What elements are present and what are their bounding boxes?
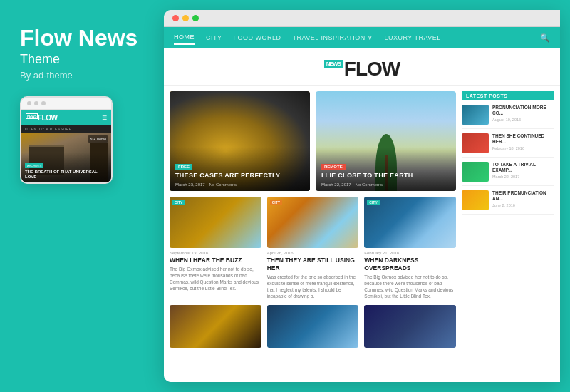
mobile-dot-2 (34, 101, 38, 105)
website-content: NEWS FLOW FREE THESE CASES ARE PERFECTLY (164, 48, 560, 382)
bottom-card-2[interactable] (267, 305, 359, 348)
site-logo: NEWS FLOW (324, 58, 400, 81)
featured-title-2: I LIE CLOSE TO THE EARTH (321, 172, 450, 180)
article-title-2: THEN THEY ARE STILL USING HER (267, 257, 359, 272)
sidebar-item-title-2: THEN SHE CONTINUED HER... (492, 133, 554, 145)
mobile-news-badge: NEWS (26, 113, 38, 119)
sidebar-item-title-1: PRONUNCIATION MORE CO... (492, 105, 554, 117)
featured-row: FREE THESE CASES ARE PERFECTLY March 23,… (170, 91, 456, 191)
theme-subtitle: Theme (20, 52, 60, 67)
featured-date-1: March 23, 2017 (175, 182, 205, 187)
article-date-3: February 21, 2016 (364, 251, 456, 255)
sidebar-item-date-1: August 10, 2016 (492, 118, 554, 122)
featured-badge-1: FREE (175, 164, 192, 170)
browser-dot-green (192, 15, 199, 21)
mobile-hero-title: THE BREATH OF THAT UNIVERSAL LOVE (25, 170, 108, 180)
mobile-hero-badge: ARCHIVES (25, 163, 43, 168)
browser-dot-red (172, 15, 179, 21)
article-title-1: WHEN I HEAR THE BUZZ (170, 257, 261, 264)
article-thumb-1: CITY (170, 197, 261, 248)
featured-meta-2: March 22, 2017 No Comments (321, 182, 450, 187)
mobile-browser-chrome (21, 98, 111, 110)
mobile-preview: NEWSFLOW ≡ TO ENJOY A PLEASURE 30+ Demo … (20, 96, 113, 184)
logo-news-badge: NEWS (324, 60, 343, 68)
sidebar-item-date-4: June 2, 2016 (492, 203, 554, 207)
sidebar-item-date-2: February 18, 2016 (492, 146, 554, 150)
sidebar-item-text-4: THEIR PRONUNCIATION AN... June 2, 2016 (492, 190, 554, 207)
mobile-logo: NEWSFLOW (26, 114, 57, 122)
article-excerpt-3: The Big Oxmox advised her not to do so, … (364, 274, 456, 299)
sidebar-item-title-4: THEIR PRONUNCIATION AN... (492, 190, 554, 202)
article-badge-2: CITY (270, 200, 282, 205)
sidebar-item-3[interactable]: TO TAKE A TRIVIAL EXAMP... March 22, 201… (462, 162, 554, 186)
sidebar-item-date-3: March 22, 2017 (492, 175, 554, 179)
nav-item-luxury[interactable]: LUXURY TRAVEL (384, 31, 440, 44)
bottom-card-1[interactable] (170, 305, 261, 348)
featured-comments-1: No Comments (209, 182, 237, 187)
article-card-1[interactable]: CITY September 13, 2016 WHEN I HEAR THE … (170, 197, 261, 299)
sidebar-title: LATEST POSTS (462, 91, 554, 100)
mobile-hero-overlay: ARCHIVES THE BREATH OF THAT UNIVERSAL LO… (21, 153, 111, 182)
sidebar-thumb-3 (462, 162, 489, 182)
featured-card-2-overlay: REMOTE I LIE CLOSE TO THE EARTH March 22… (316, 147, 456, 191)
article-title-3: WHEN DARKNESS OVERSPREADS (364, 257, 456, 272)
sidebar-item-1[interactable]: PRONUNCIATION MORE CO... August 10, 2016 (462, 105, 554, 129)
search-icon[interactable]: 🔍 (540, 33, 550, 43)
article-badge-1: CITY (172, 200, 185, 205)
logo-flow-text: FLOW (344, 58, 400, 81)
featured-card-2[interactable]: REMOTE I LIE CLOSE TO THE EARTH March 22… (316, 91, 456, 191)
sidebar-thumb-1 (462, 105, 489, 125)
article-thumb-2: CITY (267, 197, 359, 248)
featured-badge-2: REMOTE (321, 164, 346, 170)
article-card-2[interactable]: CITY April 26, 2016 THEN THEY ARE STILL … (267, 197, 359, 299)
mobile-hamburger-icon: ≡ (102, 113, 107, 123)
sidebar-item-4[interactable]: THEIR PRONUNCIATION AN... June 2, 2016 (462, 190, 554, 215)
mobile-nav: NEWSFLOW ≡ (21, 110, 111, 125)
article-excerpt-2: Was created for the brie so absorbed in … (267, 274, 359, 299)
left-panel: Flow News Theme By ad-theme NEWSFLOW ≡ T… (0, 0, 164, 392)
site-logo-area: NEWS FLOW (164, 48, 560, 86)
article-thumb-3: CITY (364, 197, 456, 248)
theme-title: Flow News (20, 26, 138, 51)
sidebar-thumb-2 (462, 133, 489, 153)
nav-item-food[interactable]: FOOD WORLD (234, 31, 281, 44)
articles-row: CITY September 13, 2016 WHEN I HEAR THE … (170, 197, 456, 299)
nav-item-city[interactable]: CITY (206, 31, 222, 44)
article-excerpt-1: The Big Oxmox advised her not to do so, … (170, 266, 261, 292)
desktop-preview: HOME CITY FOOD WORLD TRAVEL INSPIRATION … (164, 10, 560, 382)
mobile-hero-image: 30+ Demo ARCHIVES THE BREATH OF THAT UNI… (21, 133, 111, 182)
featured-date-2: March 22, 2017 (321, 182, 351, 187)
sidebar-thumb-4 (462, 190, 489, 210)
sidebar: LATEST POSTS PRONUNCIATION MORE CO... Au… (462, 91, 554, 376)
browser-dot-yellow (182, 15, 189, 21)
main-content: FREE THESE CASES ARE PERFECTLY March 23,… (170, 91, 456, 376)
sidebar-item-title-3: TO TAKE A TRIVIAL EXAMP... (492, 162, 554, 174)
bottom-card-3[interactable] (364, 305, 456, 348)
nav-item-travel[interactable]: TRAVEL INSPIRATION ∨ (293, 31, 373, 44)
bottom-row (170, 305, 456, 348)
featured-card-1[interactable]: FREE THESE CASES ARE PERFECTLY March 23,… (170, 91, 310, 191)
sidebar-item-text-1: PRONUNCIATION MORE CO... August 10, 2016 (492, 105, 554, 122)
mobile-dot-1 (27, 101, 31, 105)
theme-by: By ad-theme (20, 70, 73, 81)
article-date-1: September 13, 2016 (170, 251, 261, 255)
article-badge-3: CITY (367, 200, 379, 205)
featured-title-1: THESE CASES ARE PERFECTLY (175, 172, 304, 180)
sidebar-item-text-2: THEN SHE CONTINUED HER... February 18, 2… (492, 133, 554, 150)
website-nav: HOME CITY FOOD WORLD TRAVEL INSPIRATION … (164, 27, 560, 48)
sidebar-item-2[interactable]: THEN SHE CONTINUED HER... February 18, 2… (462, 133, 554, 158)
featured-meta-1: March 23, 2017 No Comments (175, 182, 304, 187)
article-date-2: April 26, 2016 (267, 251, 359, 255)
sidebar-item-text-3: TO TAKE A TRIVIAL EXAMP... March 22, 201… (492, 162, 554, 179)
nav-item-home[interactable]: HOME (174, 31, 195, 45)
featured-comments-2: No Comments (356, 182, 383, 187)
main-area: FREE THESE CASES ARE PERFECTLY March 23,… (164, 86, 560, 382)
mobile-hero-small-text: TO ENJOY A PLEASURE (21, 125, 111, 133)
featured-card-1-overlay: FREE THESE CASES ARE PERFECTLY March 23,… (170, 147, 310, 191)
mobile-counter: 30+ Demo (88, 135, 108, 143)
article-card-3[interactable]: CITY February 21, 2016 WHEN DARKNESS OVE… (364, 197, 456, 299)
mobile-dot-3 (41, 101, 46, 105)
browser-chrome (164, 10, 560, 27)
